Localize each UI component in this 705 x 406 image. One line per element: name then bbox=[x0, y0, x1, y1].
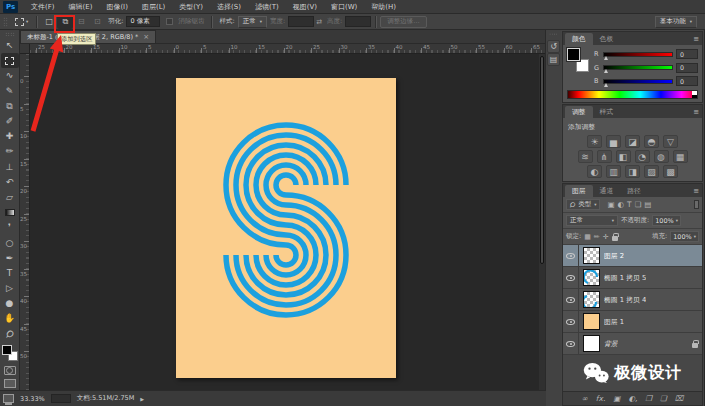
crop-tool[interactable]: ⧉ bbox=[1, 99, 19, 114]
vibrance-icon[interactable]: ▽ bbox=[663, 135, 678, 148]
pixel-filter-icon[interactable]: ▣ bbox=[607, 200, 614, 209]
screen-mode-button[interactable] bbox=[4, 379, 16, 388]
tab-channels[interactable]: 通道 bbox=[593, 185, 621, 197]
lock-position-icon[interactable]: ✛ bbox=[603, 233, 609, 241]
foreground-color-swatch[interactable] bbox=[2, 345, 12, 355]
status-flyout-arrow[interactable]: ▶ bbox=[140, 396, 144, 402]
zoom-level[interactable]: 33.33% bbox=[20, 395, 45, 403]
close-icon[interactable]: × bbox=[143, 33, 149, 41]
threshold-icon[interactable]: ◨ bbox=[625, 165, 640, 178]
fill-dropdown[interactable]: 100% ▾ bbox=[670, 231, 699, 242]
gradient-tool[interactable] bbox=[1, 205, 19, 220]
opacity-dropdown[interactable]: 100% ▾ bbox=[652, 215, 681, 226]
history-panel-icon[interactable]: ↺ bbox=[547, 40, 560, 53]
eyedropper-tool[interactable]: ✐ bbox=[1, 114, 19, 129]
visibility-eye-icon[interactable] bbox=[566, 319, 575, 325]
color-spectrum-ramp[interactable] bbox=[567, 90, 698, 99]
brush-tool[interactable]: ✏ bbox=[1, 144, 19, 159]
foreground-color-swatch[interactable] bbox=[567, 48, 580, 61]
menu-item[interactable]: 视图(V) bbox=[286, 0, 324, 14]
smart-object-filter-icon[interactable]: ▤ bbox=[644, 200, 651, 209]
visibility-eye-icon[interactable] bbox=[566, 297, 575, 303]
menu-item[interactable]: 编辑(E) bbox=[62, 0, 100, 14]
brightness-contrast-icon[interactable]: ☀ bbox=[587, 135, 602, 148]
new-layer-icon[interactable]: ❏ bbox=[660, 394, 667, 403]
panel-menu-icon[interactable]: ≡ bbox=[693, 35, 699, 43]
levels-icon[interactable]: ▅ bbox=[606, 135, 621, 148]
swap-dimensions-icon[interactable]: ⇄ bbox=[316, 18, 322, 26]
black-white-icon[interactable]: ◧ bbox=[616, 150, 631, 163]
feather-input[interactable]: 0 像素 bbox=[126, 16, 160, 27]
antialias-checkbox[interactable] bbox=[166, 18, 173, 25]
layer-row-ellipse-copy4[interactable]: 椭圆 1 拷贝 4 bbox=[563, 289, 702, 311]
blue-slider[interactable] bbox=[603, 79, 673, 84]
layer-thumbnail[interactable] bbox=[583, 313, 600, 330]
delete-layer-icon[interactable]: ⌧ bbox=[675, 394, 684, 403]
layer-filter-dropdown[interactable]: Ϙ 类型 ▾ bbox=[566, 199, 600, 210]
tab-adjustments[interactable]: 调整 bbox=[565, 106, 593, 118]
layer-thumbnail[interactable] bbox=[583, 247, 600, 264]
color-lookup-icon[interactable]: ▦ bbox=[673, 150, 688, 163]
pen-tool[interactable]: ✒ bbox=[1, 251, 19, 266]
green-slider[interactable] bbox=[603, 65, 673, 70]
color-panel-swatches[interactable] bbox=[567, 48, 589, 72]
clone-stamp-tool[interactable]: ⊥ bbox=[1, 160, 19, 175]
ellipse-tool[interactable]: ● bbox=[1, 296, 19, 311]
layer-row-layer1[interactable]: 图层 1 bbox=[563, 311, 702, 333]
hue-saturation-icon[interactable]: ≋ bbox=[578, 150, 593, 163]
quick-mask-button[interactable] bbox=[4, 366, 16, 375]
height-input[interactable] bbox=[345, 16, 371, 27]
type-filter-icon[interactable]: T bbox=[627, 200, 632, 209]
canvas-area[interactable]: 25201510505101520253035404550556065 0510… bbox=[20, 44, 545, 406]
intersect-selection-button[interactable]: ⊡ bbox=[89, 15, 105, 29]
lock-image-pixels-icon[interactable]: ✏ bbox=[594, 233, 600, 241]
new-adjustment-layer-icon[interactable]: ◐, bbox=[628, 394, 637, 403]
tab-paths[interactable]: 路径 bbox=[620, 185, 648, 197]
eraser-tool[interactable]: ▱ bbox=[1, 190, 19, 205]
selective-color-icon[interactable]: ▨ bbox=[644, 165, 659, 178]
path-selection-tool[interactable]: ▷ bbox=[1, 281, 19, 296]
quick-selection-tool[interactable]: ✎ bbox=[1, 84, 19, 99]
spot-healing-brush-tool[interactable]: ✚ bbox=[1, 129, 19, 144]
exposure-icon[interactable]: ◓ bbox=[644, 135, 659, 148]
menu-item[interactable]: 选择(S) bbox=[210, 0, 248, 14]
rect-marquee-tool[interactable] bbox=[1, 53, 19, 68]
invert-icon[interactable]: ◐ bbox=[587, 165, 602, 178]
panel-menu-icon[interactable]: ≡ bbox=[693, 108, 699, 116]
filter-toggle[interactable] bbox=[694, 200, 699, 209]
style-dropdown[interactable]: 正常 ▾ bbox=[238, 16, 267, 28]
shape-filter-icon[interactable]: ❏ bbox=[635, 200, 642, 209]
foreground-background-swatches[interactable] bbox=[2, 345, 18, 361]
menu-item[interactable]: 图像(I) bbox=[99, 0, 135, 14]
menu-item[interactable]: 滤镜(T) bbox=[248, 0, 286, 14]
red-value[interactable]: 0 bbox=[676, 49, 698, 59]
layer-thumbnail[interactable] bbox=[583, 335, 600, 352]
gradient-map-icon[interactable]: ▩ bbox=[663, 165, 678, 178]
photo-filter-icon[interactable]: ◔ bbox=[635, 150, 650, 163]
green-value[interactable]: 0 bbox=[676, 63, 698, 73]
blue-value[interactable]: 0 bbox=[676, 76, 698, 86]
tab-swatches[interactable]: 色板 bbox=[593, 33, 621, 45]
lock-all-icon[interactable] bbox=[612, 236, 618, 241]
layer-thumbnail[interactable] bbox=[583, 291, 600, 308]
layer-style-icon[interactable]: fx. bbox=[596, 394, 605, 403]
channel-mixer-icon[interactable]: ◍ bbox=[654, 150, 669, 163]
curves-icon[interactable]: ◪ bbox=[625, 135, 640, 148]
subtract-from-selection-button[interactable]: ⊟ bbox=[73, 15, 89, 29]
menu-item[interactable]: 文件(F) bbox=[24, 0, 62, 14]
menu-item[interactable]: 类型(Y) bbox=[172, 0, 210, 14]
move-tool[interactable]: ↖ bbox=[1, 38, 19, 53]
blur-tool[interactable]: ❜ bbox=[1, 220, 19, 235]
layer-row-ellipse-copy5[interactable]: 椭圆 1 拷贝 5 bbox=[563, 267, 702, 289]
posterize-icon[interactable]: ▥ bbox=[606, 165, 621, 178]
layer-mask-icon[interactable]: ▣ bbox=[613, 394, 620, 403]
menu-item[interactable]: 图层(L) bbox=[135, 0, 172, 14]
layer-row-background[interactable]: 背景 bbox=[563, 333, 702, 355]
workspace-switcher[interactable]: 基本功能 ▾ bbox=[655, 16, 697, 28]
tab-styles[interactable]: 样式 bbox=[593, 106, 621, 118]
new-group-icon[interactable]: ❒ bbox=[645, 394, 652, 403]
adjustment-filter-icon[interactable]: ◐ bbox=[617, 200, 624, 209]
width-input[interactable] bbox=[288, 16, 314, 27]
layer-thumbnail[interactable] bbox=[583, 269, 600, 286]
tab-layers[interactable]: 图层 bbox=[565, 185, 593, 197]
